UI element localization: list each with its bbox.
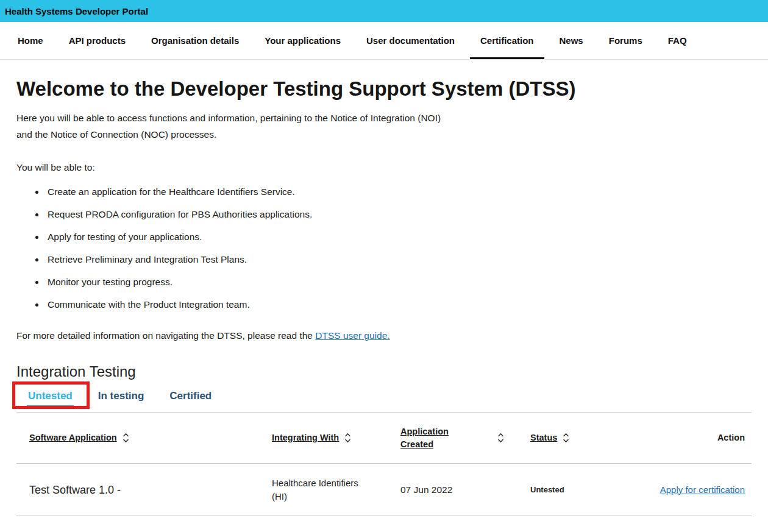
capability-item: Apply for testing of your applications. [45, 230, 752, 243]
capability-item: Request PRODA configuration for PBS Auth… [45, 208, 752, 221]
portal-title: Health Systems Developer Portal [5, 6, 148, 16]
guide-text: For more detailed information on navigat… [16, 330, 315, 341]
top-bar: Health Systems Developer Portal [0, 0, 768, 22]
apply-for-certification-link[interactable]: Apply for certification [660, 484, 745, 495]
applications-table: Software Application Integrating With Ap… [16, 413, 752, 516]
main-navigation: Home API products Organisation details Y… [0, 22, 768, 60]
page-title: Welcome to the Developer Testing Support… [16, 77, 752, 101]
column-header-integrating-with[interactable]: Integrating With [255, 431, 384, 444]
tab-in-testing[interactable]: In testing [97, 390, 146, 407]
cell-software-application: Test Software 1.0 - [16, 483, 255, 497]
cell-integrating-with: Healthcare Identifiers (HI) [255, 477, 371, 503]
nav-item-faq[interactable]: FAQ [667, 22, 688, 59]
capability-item: Retrieve Preliminary and Integration Tes… [45, 253, 752, 266]
dtss-user-guide-link[interactable]: DTSS user guide. [315, 330, 389, 341]
table-header-row: Software Application Integrating With Ap… [16, 413, 752, 464]
table-row: Test Software 1.0 - Healthcare Identifie… [16, 464, 752, 516]
nav-item-organisation-details[interactable]: Organisation details [150, 22, 240, 59]
column-label: Action [717, 431, 745, 444]
column-header-status[interactable]: Status [514, 431, 638, 444]
nav-item-certification[interactable]: Certification [479, 22, 535, 59]
tab-certified[interactable]: Certified [168, 390, 213, 407]
capability-item: Create an application for the Healthcare… [45, 185, 752, 198]
annotation-rectangle [12, 381, 90, 409]
column-header-action: Action [638, 431, 752, 444]
cell-application-created: 07 Jun 2022 [384, 483, 514, 497]
capability-item: Monitor your testing progress. [45, 275, 752, 288]
capabilities-list: Create an application for the Healthcare… [16, 185, 752, 311]
column-header-application-created[interactable]: Application Created [384, 425, 514, 451]
page-content: Welcome to the Developer Testing Support… [0, 77, 768, 516]
nav-item-api-products[interactable]: API products [68, 22, 127, 59]
column-header-software-application[interactable]: Software Application [16, 431, 255, 444]
intro-paragraph: Here you will be able to access function… [16, 110, 443, 143]
nav-item-news[interactable]: News [558, 22, 585, 59]
tab-untested[interactable]: Untested [27, 390, 74, 407]
sort-icon[interactable] [563, 433, 569, 443]
integration-tabs: Untested In testing Certified [16, 390, 752, 413]
sort-icon[interactable] [344, 433, 351, 443]
sort-icon[interactable] [123, 433, 129, 443]
nav-item-user-documentation[interactable]: User documentation [365, 22, 456, 59]
integration-testing-heading: Integration Testing [16, 362, 752, 381]
capability-item: Communicate with the Product Integration… [45, 298, 752, 311]
column-label: Status [530, 431, 557, 444]
capabilities-heading: You will be able to: [16, 160, 752, 176]
nav-item-forums[interactable]: Forums [608, 22, 644, 59]
nav-item-home[interactable]: Home [16, 22, 44, 59]
column-label: Integrating With [272, 431, 339, 444]
column-label: Software Application [29, 431, 117, 444]
nav-item-your-applications[interactable]: Your applications [263, 22, 342, 59]
guide-paragraph: For more detailed information on navigat… [16, 328, 752, 344]
sort-icon[interactable] [497, 433, 504, 443]
column-label: Application Created [400, 425, 458, 451]
cell-status: Untested [514, 483, 638, 497]
cell-action: Apply for certification [638, 483, 752, 497]
